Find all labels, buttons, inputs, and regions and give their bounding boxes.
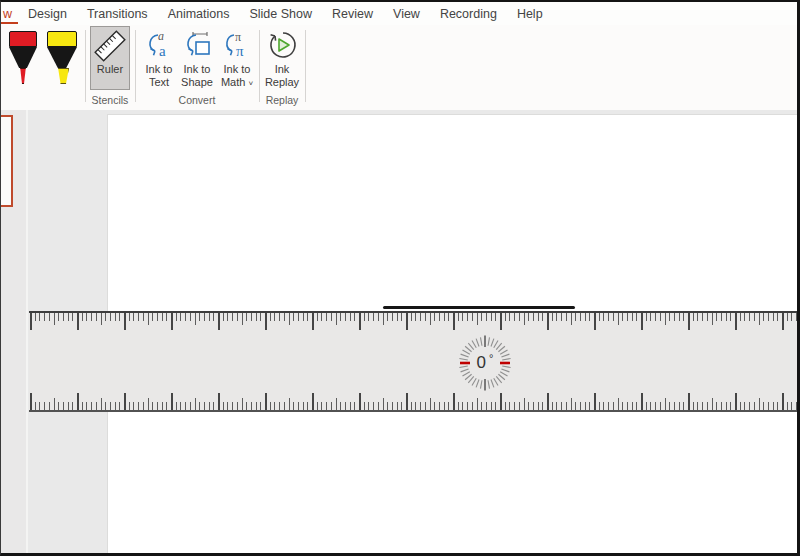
protractor-dial[interactable]: 0 ° [455, 333, 515, 393]
angle-value: 0 [477, 353, 486, 373]
ink-to-math-icon: π π [221, 29, 253, 61]
workspace: 0 ° [1, 110, 797, 553]
ruler-icon [92, 27, 128, 63]
tab-view[interactable]: View [383, 3, 430, 24]
svg-text:π: π [235, 30, 241, 44]
tab-design[interactable]: Design [18, 3, 77, 24]
red-pen-icon[interactable] [9, 31, 37, 87]
convert-group-label: Convert [135, 94, 259, 106]
svg-text:a: a [159, 43, 166, 59]
ruler-toggle-button[interactable]: Ruler [90, 26, 130, 90]
stencils-group: Ruler Stencils [85, 25, 135, 109]
tab-transitions[interactable]: Transitions [77, 3, 158, 24]
pens-gallery [1, 25, 85, 109]
ink-replay-icon [266, 29, 298, 61]
tab-help[interactable]: Help [507, 3, 553, 24]
ruler-ticks-bottom [29, 392, 797, 410]
ink-to-text-button[interactable]: a a Ink to Text [139, 29, 179, 89]
tab-draw-partial[interactable]: w [1, 3, 18, 24]
selected-slide-thumbnail[interactable] [1, 115, 13, 207]
ruler-button-label: Ruler [97, 63, 123, 75]
ruler-ticks-top [29, 313, 797, 331]
ink-to-math-button[interactable]: π π Ink to Math ˅ [217, 29, 257, 90]
yellow-highlighter-icon[interactable] [47, 31, 77, 87]
tab-recording[interactable]: Recording [430, 3, 507, 24]
menu-bar: w Design Transitions Animations Slide Sh… [1, 2, 797, 25]
ink-to-shape-icon [181, 29, 213, 61]
svg-text:π: π [236, 43, 244, 59]
ruler-angle-readout: 0 ° [455, 333, 515, 393]
tab-review[interactable]: Review [322, 3, 383, 24]
stencils-group-label: Stencils [85, 94, 135, 106]
editing-canvas: 0 ° [28, 110, 797, 553]
group-divider [305, 30, 306, 102]
ink-to-text-icon: a a [143, 29, 175, 61]
ink-replay-button[interactable]: Ink Replay [262, 29, 302, 89]
tab-animations[interactable]: Animations [158, 3, 240, 24]
degree-symbol: ° [489, 352, 493, 364]
powerpoint-window: w Design Transitions Animations Slide Sh… [0, 0, 800, 556]
replay-group-label: Replay [259, 94, 305, 106]
chevron-down-icon[interactable]: ˅ [248, 79, 253, 88]
ruler-overlay[interactable]: 0 ° [29, 311, 797, 412]
svg-text:a: a [158, 29, 164, 43]
replay-group: Ink Replay Replay [259, 25, 305, 109]
tab-slide-show[interactable]: Slide Show [239, 3, 322, 24]
convert-group: a a Ink to Text Ink to Shape [135, 25, 259, 109]
ribbon: Ruler Stencils a a Ink to Text [1, 25, 797, 111]
ink-stroke[interactable] [383, 306, 575, 309]
ink-to-shape-button[interactable]: Ink to Shape [177, 29, 217, 89]
slide-thumbnail-panel [1, 110, 26, 553]
